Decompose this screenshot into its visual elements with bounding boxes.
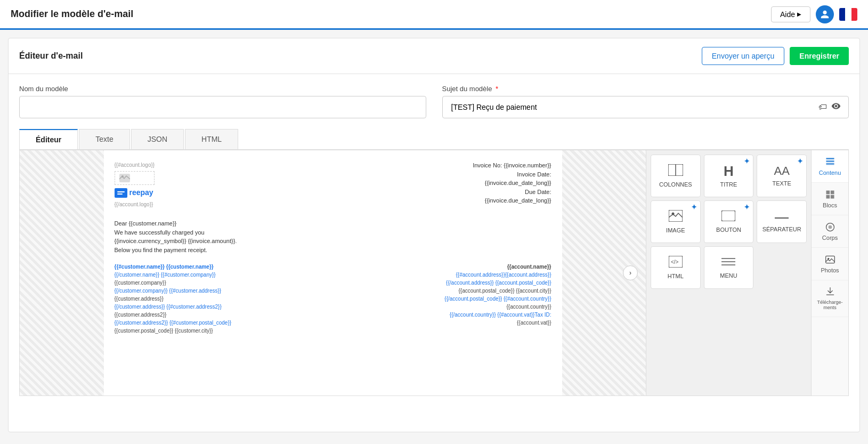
form-row: Nom du modèle Sujet du modèle * 🏷 <box>9 74 859 124</box>
tag-icon[interactable]: 🏷 <box>816 102 829 112</box>
sidebar-tab-photos[interactable]: Photos <box>812 248 848 280</box>
text-icon: Aa <box>774 165 789 177</box>
contenu-label: Contenu <box>819 169 841 176</box>
blocs-label: Blocs <box>823 202 837 208</box>
button-icon <box>721 211 735 223</box>
sujet-modele-group: Sujet du modèle * 🏷 <box>442 85 849 118</box>
svg-rect-4 <box>117 193 123 195</box>
sujet-modele-label: Sujet du modèle * <box>442 85 849 93</box>
widget-texte[interactable]: ✦ Aa TEXTE <box>757 155 807 197</box>
reepay-icon <box>115 188 127 198</box>
image-icon <box>669 210 683 224</box>
nom-modele-input[interactable] <box>19 96 426 118</box>
addr-left-1: {{#customer.name}} {{customer.name}} <box>115 263 333 271</box>
addr-right-2: {{#account.address}}{{account.address}} <box>333 271 551 279</box>
email-address: {{#customer.name}} {{customer.name}} {{/… <box>115 263 551 335</box>
editor-title: Éditeur d'e-mail <box>19 51 83 61</box>
addr-right-6: {{account.country}} <box>333 303 551 311</box>
logo-placeholder-top: {{#account.logo}} <box>115 161 155 169</box>
addr-left-4: {{/customer.company}} {{#customer.addres… <box>115 287 333 295</box>
eye-icon[interactable] <box>829 101 843 113</box>
sidebar-tab-corps[interactable]: Corps <box>812 215 848 248</box>
svg-point-1 <box>121 175 124 177</box>
nom-modele-group: Nom du modèle <box>19 85 426 118</box>
logo-area: {{#account.logo}} reepay {{/account.logo… <box>115 161 155 208</box>
tab-texte[interactable]: Texte <box>79 129 129 149</box>
page-title: Modifier le modèle d'e-mail <box>11 9 133 20</box>
svg-point-17 <box>828 225 832 229</box>
editor-actions: Envoyer un aperçu Enregistrer <box>702 47 849 65</box>
addr-left-6: {{/customer.address}} {{#customer.addres… <box>115 303 333 311</box>
bouton-label: BOUTON <box>716 227 741 233</box>
addr-left-2: {{/customer.name}} {{#customer.company}} <box>115 271 333 279</box>
sidebar-tab-contenu[interactable]: Contenu <box>812 150 848 183</box>
photos-icon <box>825 254 835 265</box>
titre-label: TITRE <box>720 181 737 188</box>
texte-label: TEXTE <box>772 180 791 187</box>
svg-rect-2 <box>117 190 125 196</box>
svg-point-8 <box>671 213 674 215</box>
widget-separateur[interactable]: SÉPARATEUR <box>757 200 807 243</box>
titre-plus-icon: ✦ <box>744 157 750 165</box>
aide-button[interactable]: Aide ▶ <box>771 6 810 22</box>
photos-label: Photos <box>821 267 839 273</box>
addr-right-4: {{account.postal_code}} {{account.city}} <box>333 287 551 295</box>
addr-right-3: {{/account.address}} {{account.postal_co… <box>333 279 551 287</box>
email-content: {{#account.logo}} reepay {{/account.logo… <box>104 150 562 395</box>
editor-area: {{#account.logo}} reepay {{/account.logo… <box>19 150 849 396</box>
widget-html[interactable]: </> HTML <box>651 246 701 289</box>
svg-text:</>: </> <box>671 259 679 265</box>
top-bar-actions: Aide ▶ <box>771 5 857 23</box>
sidebar-tab-blocs[interactable]: Blocs <box>812 183 848 215</box>
address-left: {{#customer.name}} {{customer.name}} {{/… <box>115 263 333 335</box>
sidebar-tab-telechargements[interactable]: Télécharge-ments <box>812 280 848 317</box>
bouton-plus-icon: ✦ <box>744 203 750 211</box>
sujet-modele-input[interactable] <box>448 103 817 111</box>
separator-icon <box>775 211 789 223</box>
right-sidebar: COLONNES ✦ H TITRE ✦ Aa TEXTE ✦ <box>646 150 848 395</box>
email-header: {{#account.logo}} reepay {{/account.logo… <box>115 161 551 208</box>
invoice-info: Invoice No: {{invoice.number}} Invoice D… <box>473 161 551 205</box>
tab-html[interactable]: HTML <box>185 129 238 149</box>
enregistrer-button[interactable]: Enregistrer <box>790 47 849 65</box>
widget-colonnes[interactable]: COLONNES <box>651 155 701 197</box>
apercu-button[interactable]: Envoyer un aperçu <box>702 47 785 65</box>
user-button[interactable] <box>816 5 834 23</box>
html-icon: </> <box>669 256 683 270</box>
telechargements-label: Télécharge-ments <box>817 300 842 310</box>
widget-image[interactable]: ✦ IMAGE <box>651 200 701 243</box>
email-canvas[interactable]: {{#account.logo}} reepay {{/account.logo… <box>20 150 646 395</box>
addr-right-5: {{/account.postal_code}} {{#account.coun… <box>333 295 551 303</box>
menu-icon <box>721 256 735 269</box>
addr-left-5: {{customer.address}} <box>115 295 333 303</box>
nom-modele-label: Nom du modèle <box>19 85 426 93</box>
widget-titre[interactable]: ✦ H TITRE <box>704 155 754 197</box>
svg-rect-3 <box>117 191 125 192</box>
colonnes-label: COLONNES <box>659 181 692 188</box>
main-content: Éditeur d'e-mail Envoyer un aperçu Enreg… <box>8 38 860 432</box>
image-plus-icon: ✦ <box>691 203 697 211</box>
top-bar: Modifier le modèle d'e-mail Aide ▶ <box>0 0 868 30</box>
editor-tabs: Éditeur Texte JSON HTML <box>19 129 849 150</box>
addr-right-1: {{account.name}} <box>333 263 551 271</box>
addr-left-8: {{/customer.address2}} {{#customer.posta… <box>115 319 333 327</box>
blocs-icon <box>825 189 835 200</box>
logo-placeholder-bot: {{/account.logo}} <box>115 200 155 208</box>
widget-bouton[interactable]: ✦ BOUTON <box>704 200 754 243</box>
language-flag[interactable] <box>839 8 857 21</box>
separateur-label: SÉPARATEUR <box>762 226 801 232</box>
widget-menu[interactable]: MENU <box>704 246 754 289</box>
addr-left-9: {{customer.postal_code}} {{customer.city… <box>115 327 333 335</box>
address-right: {{account.name}} {{#account.address}}{{a… <box>333 263 551 335</box>
title-icon: H <box>724 164 734 178</box>
addr-right-7: {{/account.country}} {{#account.vat}}Tax… <box>333 311 551 319</box>
tab-json[interactable]: JSON <box>131 129 184 149</box>
sujet-modele-field: 🏷 <box>442 96 849 118</box>
collapse-sidebar-button[interactable]: › <box>623 265 638 280</box>
menu-label: MENU <box>720 272 737 279</box>
widget-grid: COLONNES ✦ H TITRE ✦ Aa TEXTE ✦ <box>646 150 811 395</box>
html-label: HTML <box>668 273 684 279</box>
svg-rect-18 <box>825 256 834 263</box>
tab-editeur[interactable]: Éditeur <box>19 129 78 149</box>
corps-icon <box>825 222 835 232</box>
